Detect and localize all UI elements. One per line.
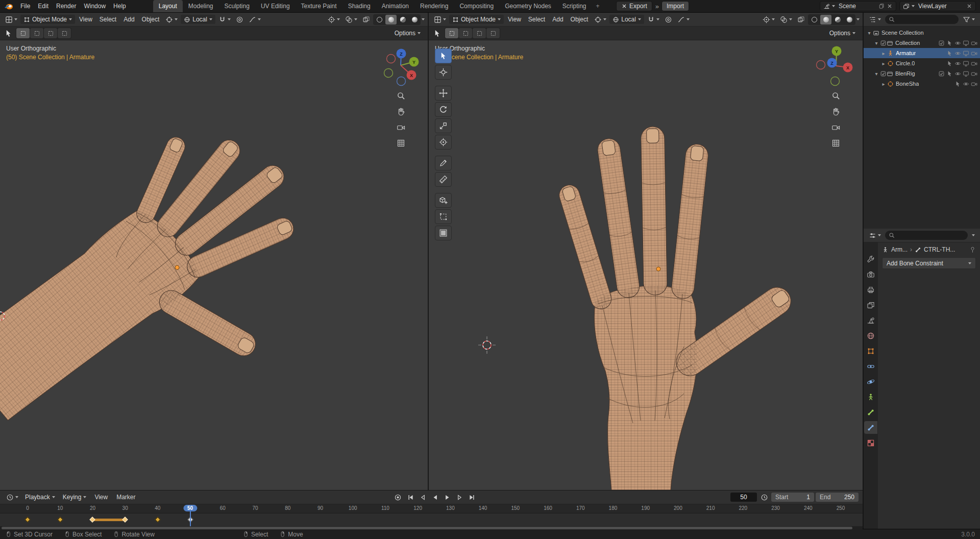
- proportional-edit-toggle[interactable]: [663, 15, 674, 24]
- tab-armature-data[interactable]: [864, 390, 877, 403]
- add-bone-constraint-button[interactable]: Add Bone Constraint: [882, 257, 976, 269]
- orientation-select[interactable]: Local: [181, 15, 215, 24]
- select-mode-3[interactable]: [486, 28, 500, 38]
- import-button[interactable]: Import: [662, 1, 689, 11]
- viewport-zoom-button[interactable]: [395, 90, 406, 101]
- falloff-select[interactable]: [247, 15, 263, 24]
- tab-tool[interactable]: [864, 253, 877, 265]
- pointer-toggle-icon[interactable]: [946, 40, 953, 46]
- viewport-right-canvas[interactable]: User Orthographic (50) Scene Collection …: [429, 40, 863, 490]
- viewport-zoom-button[interactable]: [830, 90, 841, 101]
- remove-viewlayer-icon[interactable]: [966, 3, 972, 9]
- monitor-toggle-icon[interactable]: [963, 40, 969, 46]
- options-button[interactable]: Options: [826, 29, 859, 38]
- workspace-tab-modeling[interactable]: Modeling: [183, 0, 219, 12]
- pivot-point-select[interactable]: [592, 15, 608, 24]
- jump-to-end-button[interactable]: [466, 492, 477, 502]
- scrollbar-handle[interactable]: [2, 527, 852, 529]
- viewport-left-canvas[interactable]: User Orthographic (50) Scene Collection …: [0, 40, 428, 490]
- keyframe-diamond[interactable]: [90, 517, 95, 522]
- camera-toggle-icon[interactable]: [971, 50, 977, 57]
- workspace-tab-compositing[interactable]: Compositing: [454, 0, 499, 12]
- timeline-view-menu[interactable]: View: [91, 492, 111, 502]
- workspace-tab-animation[interactable]: Animation: [376, 0, 414, 12]
- tab-bone[interactable]: [864, 406, 877, 419]
- eye-toggle-icon[interactable]: [963, 81, 969, 87]
- outliner-row-blenrig[interactable]: ▾BlenRig: [864, 68, 980, 79]
- checkbox-toggle-icon[interactable]: [938, 40, 945, 46]
- outliner-search-input[interactable]: [885, 15, 959, 24]
- outliner-row-circle-0[interactable]: ▸Circle.0: [864, 58, 980, 68]
- menu-edit[interactable]: Edit: [34, 1, 52, 11]
- shading-wireframe[interactable]: [808, 15, 820, 24]
- workspace-tab-scripting[interactable]: Scripting: [557, 0, 592, 12]
- tab-bone-constraint[interactable]: [864, 421, 877, 434]
- shading-material[interactable]: [832, 15, 843, 24]
- select-mode-1[interactable]: [459, 28, 472, 38]
- tab-scene[interactable]: [864, 314, 877, 327]
- eye-toggle-icon[interactable]: [954, 60, 961, 67]
- tab-constraint[interactable]: [864, 360, 877, 373]
- outliner-row-scene-collection[interactable]: ▾Scene Collection: [864, 28, 980, 38]
- options-button[interactable]: Options: [391, 29, 424, 38]
- collection-checkbox-icon[interactable]: [880, 70, 887, 77]
- viewport-pan-button[interactable]: [830, 106, 841, 117]
- export-button[interactable]: Export: [616, 1, 652, 11]
- expand-toggle[interactable]: ▸: [880, 51, 887, 56]
- viewport-menu-view[interactable]: View: [76, 14, 95, 24]
- pivot-point-select[interactable]: [163, 15, 180, 24]
- proportional-edit-toggle[interactable]: [234, 15, 246, 24]
- tool-mesh-tool[interactable]: [435, 226, 452, 240]
- tool-select-box[interactable]: [435, 48, 452, 63]
- tool-annotate[interactable]: [435, 156, 452, 170]
- camera-toggle-icon[interactable]: [971, 81, 977, 87]
- tab-texture[interactable]: [864, 436, 877, 449]
- expand-toggle[interactable]: ▾: [873, 71, 880, 77]
- tool-scale-cage[interactable]: [435, 209, 452, 224]
- playback-menu[interactable]: Playback: [22, 493, 58, 502]
- eye-toggle-icon[interactable]: [954, 70, 961, 77]
- tab-viewlayer[interactable]: [864, 299, 877, 311]
- expand-toggle[interactable]: ▾: [873, 40, 880, 46]
- workspace-tab-uv-editing[interactable]: UV Editing: [255, 0, 296, 12]
- menu-window[interactable]: Window: [80, 1, 109, 11]
- shading-rendered[interactable]: [409, 15, 420, 24]
- menu-render[interactable]: Render: [53, 1, 80, 11]
- scene-selector[interactable]: Scene: [820, 1, 896, 11]
- select-mode-2[interactable]: [473, 28, 486, 38]
- navigation-gizmo[interactable]: Y Z X: [814, 42, 857, 86]
- xray-toggle[interactable]: [360, 15, 372, 24]
- workspace-tab-rendering[interactable]: Rendering: [414, 0, 454, 12]
- viewlayer-selector[interactable]: ViewLayer: [899, 1, 976, 11]
- monitor-toggle-icon[interactable]: [963, 50, 969, 57]
- viewport-menu-view[interactable]: View: [505, 14, 524, 24]
- shading-solid[interactable]: [385, 15, 397, 24]
- outliner-row-bonesha[interactable]: ▸BoneSha: [864, 79, 980, 89]
- next-keyframe-button[interactable]: [454, 492, 465, 502]
- new-scene-icon[interactable]: [878, 3, 885, 9]
- menu-help[interactable]: Help: [110, 1, 130, 11]
- breadcrumb-bone[interactable]: CTRL-TH...: [924, 246, 955, 253]
- viewport-camera-view-button[interactable]: [395, 121, 406, 133]
- workspace-tab-layout[interactable]: Layout: [153, 0, 183, 12]
- timeline-track[interactable]: [0, 513, 863, 526]
- camera-toggle-icon[interactable]: [971, 70, 977, 77]
- snap-toggle[interactable]: [216, 15, 233, 24]
- frame-start-field[interactable]: Start 1: [771, 493, 814, 502]
- select-mode-1[interactable]: [30, 28, 43, 38]
- shading-solid[interactable]: [820, 15, 831, 24]
- properties-editor-select[interactable]: [867, 231, 883, 240]
- snap-toggle[interactable]: [645, 15, 662, 24]
- gizmos-toggle[interactable]: [326, 15, 342, 24]
- viewport-menu-object[interactable]: Object: [568, 14, 592, 24]
- expand-toggle[interactable]: ▸: [880, 81, 887, 87]
- viewport-camera-view-button[interactable]: [830, 121, 841, 133]
- keyframe-diamond[interactable]: [155, 517, 160, 522]
- properties-search-input[interactable]: [885, 231, 968, 240]
- unlink-scene-icon[interactable]: [887, 3, 893, 9]
- pointer-toggle-icon[interactable]: [946, 50, 953, 57]
- menu-file[interactable]: File: [17, 1, 34, 11]
- keyframe-diamond[interactable]: [57, 517, 63, 522]
- orientation-select[interactable]: Local: [609, 15, 644, 24]
- shading-rendered[interactable]: [844, 15, 855, 24]
